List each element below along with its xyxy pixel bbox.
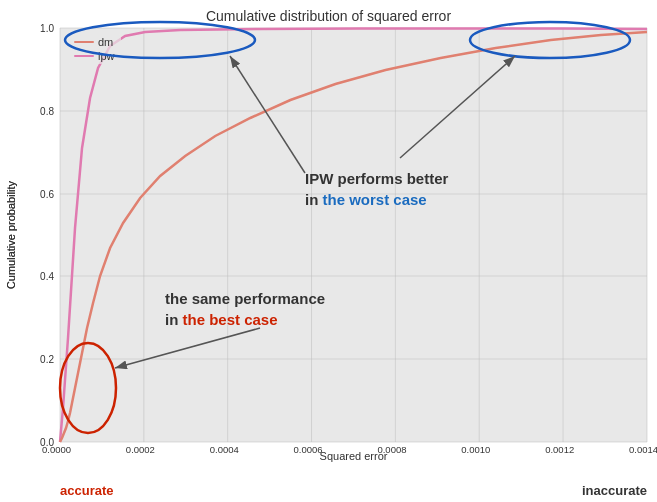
dm-line <box>60 32 647 442</box>
annotation-best-case: the same performance in the best case <box>165 288 325 330</box>
legend-ipw-label: ipw <box>98 50 115 62</box>
bottom-labels: accurate inaccurate <box>0 483 657 498</box>
label-accurate: accurate <box>10 483 113 498</box>
x-axis-label: Squared error <box>60 446 647 464</box>
annotation-best-highlight: the best case <box>183 311 278 328</box>
annotation-worst-case: IPW performs better in the worst case <box>305 168 448 210</box>
annotation-worst-main: IPW performs better <box>305 168 448 189</box>
annotation-worst-highlight: the worst case <box>323 191 427 208</box>
annotation-best-main: the same performance <box>165 288 325 309</box>
chart-svg <box>60 28 647 442</box>
legend-dm-label: dm <box>98 36 113 48</box>
ipw-line <box>60 29 647 443</box>
legend-dm-line <box>74 41 94 43</box>
y-tick-06: 0.6 <box>40 189 54 200</box>
y-tick-02: 0.2 <box>40 354 54 365</box>
legend: dm ipw <box>68 34 121 64</box>
y-axis-label: Cumulative probability <box>5 181 17 289</box>
label-inaccurate: inaccurate <box>582 483 647 498</box>
annotation-worst-sub: in the worst case <box>305 189 448 210</box>
y-tick-04: 0.4 <box>40 271 54 282</box>
y-tick-08: 0.8 <box>40 106 54 117</box>
annotation-best-sub: in the best case <box>165 309 325 330</box>
legend-ipw-line <box>74 55 94 57</box>
chart-area: 0.0 0.2 0.4 0.6 0.8 1.0 0.0000 0.0002 0.… <box>60 28 647 442</box>
chart-title: Cumulative distribution of squared error <box>0 0 657 28</box>
y-tick-10: 1.0 <box>40 23 54 34</box>
chart-container: Cumulative distribution of squared error… <box>0 0 657 502</box>
